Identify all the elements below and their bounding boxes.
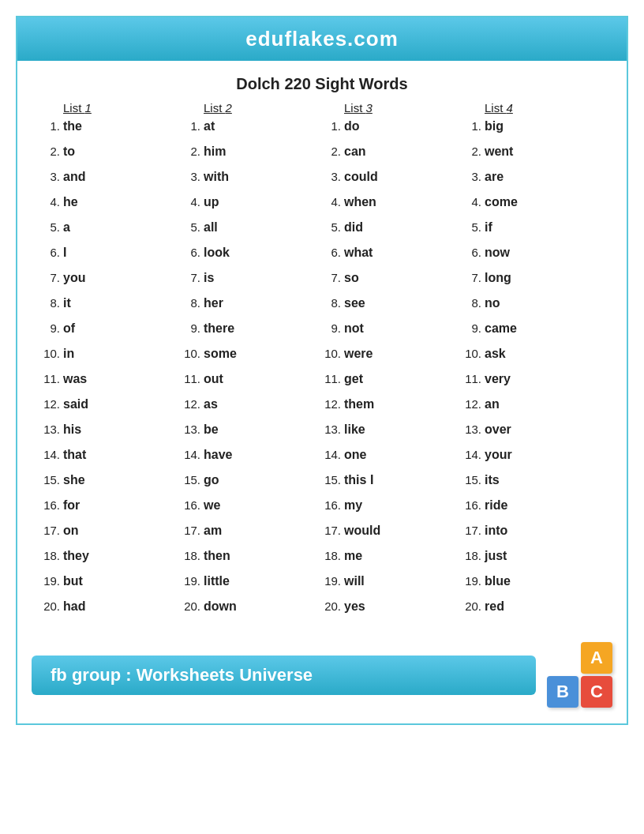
word-row: 20.red — [462, 599, 603, 623]
word-number: 5. — [462, 220, 485, 234]
word-number: 17. — [41, 524, 63, 537]
word-row: 8.it — [41, 296, 182, 320]
word-number: 20. — [41, 599, 63, 613]
word-row: 16.ride — [462, 498, 603, 522]
word-row: 10.ask — [462, 347, 603, 370]
word-text: was — [63, 372, 87, 386]
word-text: could — [344, 170, 378, 184]
word-text: him — [204, 145, 226, 159]
word-text: one — [344, 448, 366, 462]
abc-row-top: A — [547, 642, 612, 674]
word-lists-container: List 11.the2.to3.and4.he5.a6.I7.you8.it9… — [17, 101, 627, 625]
word-number: 14. — [182, 448, 204, 461]
page-title: Dolch 220 Sight Words — [17, 75, 627, 93]
word-row: 14.one — [322, 448, 462, 471]
word-list-3: List 31.do2.can3.could4.when5.did6.what7… — [322, 101, 462, 625]
word-text: will — [344, 574, 365, 588]
word-text: its — [485, 473, 500, 487]
word-row: 20.had — [41, 599, 182, 623]
site-title: eduflakes.com — [245, 27, 399, 51]
word-text: and — [63, 170, 85, 184]
word-text: red — [485, 599, 504, 614]
word-number: 8. — [462, 296, 485, 310]
word-row: 19.blue — [462, 574, 603, 598]
word-text: were — [344, 347, 373, 361]
block-a: A — [581, 642, 612, 674]
word-text: come — [485, 195, 518, 209]
word-row: 13.be — [182, 423, 322, 446]
word-number: 10. — [41, 347, 63, 360]
page-container: eduflakes.com Dolch 220 Sight Words List… — [16, 16, 628, 725]
word-row: 18.just — [462, 549, 603, 573]
word-row: 14.your — [462, 448, 603, 471]
word-number: 4. — [322, 195, 344, 208]
word-text: blue — [485, 574, 511, 588]
word-row: 17.am — [182, 524, 322, 547]
word-number: 4. — [462, 195, 485, 208]
word-number: 8. — [41, 296, 63, 310]
word-text: am — [204, 524, 222, 538]
word-text: are — [485, 170, 504, 184]
footer: fb group : Worksheets Universe A B C — [17, 642, 627, 708]
word-row: 7.long — [462, 271, 603, 295]
word-row: 12.said — [41, 397, 182, 421]
word-row: 15.she — [41, 473, 182, 497]
word-number: 6. — [322, 246, 344, 259]
word-number: 12. — [182, 397, 204, 411]
word-row: 18.then — [182, 549, 322, 573]
word-text: your — [485, 448, 512, 462]
word-text: the — [63, 119, 82, 133]
word-number: 12. — [462, 397, 485, 411]
word-number: 7. — [182, 271, 204, 284]
word-number: 19. — [462, 574, 485, 588]
word-number: 6. — [182, 246, 204, 259]
word-number: 5. — [322, 220, 344, 234]
word-text: just — [485, 549, 507, 563]
word-text: to — [63, 145, 75, 159]
word-row: 15.go — [182, 473, 322, 497]
word-number: 11. — [322, 372, 344, 385]
word-number: 9. — [322, 321, 344, 335]
word-text: an — [485, 397, 500, 411]
word-row: 6.look — [182, 246, 322, 269]
word-row: 13.like — [322, 423, 462, 446]
word-text: get — [344, 372, 363, 386]
block-empty — [547, 642, 578, 674]
word-text: not — [344, 321, 364, 336]
word-row: 13.over — [462, 423, 603, 446]
word-text: my — [344, 498, 362, 513]
word-number: 13. — [41, 423, 63, 436]
word-row: 10.some — [182, 347, 322, 370]
word-text: see — [344, 296, 365, 310]
word-text: I — [63, 246, 66, 260]
word-number: 9. — [182, 321, 204, 335]
word-text: up — [204, 195, 219, 209]
word-row: 6.now — [462, 246, 603, 269]
word-row: 8.no — [462, 296, 603, 320]
word-row: 9.not — [322, 321, 462, 345]
word-row: 16.my — [322, 498, 462, 522]
word-text: we — [204, 498, 220, 513]
word-number: 3. — [322, 170, 344, 183]
word-row: 10.were — [322, 347, 462, 370]
word-row: 8.her — [182, 296, 322, 320]
word-number: 18. — [322, 549, 344, 562]
word-row: 3.could — [322, 170, 462, 193]
word-number: 2. — [462, 145, 485, 158]
word-row: 17.on — [41, 524, 182, 547]
word-number: 19. — [322, 574, 344, 588]
word-text: look — [204, 246, 230, 260]
word-number: 15. — [182, 473, 204, 486]
word-text: did — [344, 220, 363, 235]
word-text: like — [344, 423, 365, 437]
word-number: 1. — [462, 119, 485, 133]
word-text: there — [204, 321, 234, 336]
word-text: down — [204, 599, 237, 614]
word-text: very — [485, 372, 511, 386]
word-text: them — [344, 397, 374, 411]
word-number: 10. — [322, 347, 344, 360]
word-number: 3. — [41, 170, 63, 183]
word-number: 8. — [182, 296, 204, 310]
word-text: all — [204, 220, 218, 235]
word-text: her — [204, 296, 223, 310]
